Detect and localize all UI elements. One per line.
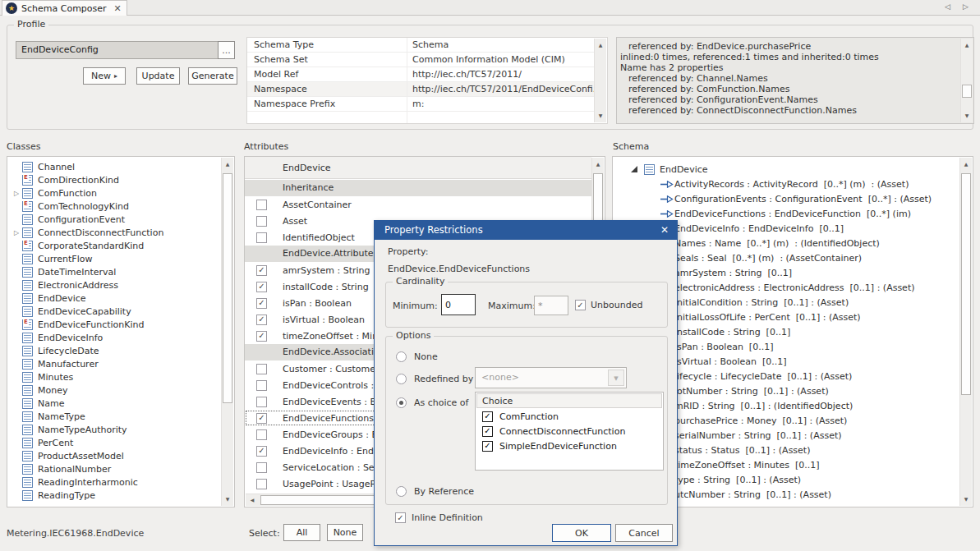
tab-scroll-right-icon[interactable]: ▷	[963, 2, 968, 11]
class-item[interactable]: EndDeviceCapability	[7, 305, 220, 318]
scroll-down-icon[interactable]: ▼	[960, 494, 972, 505]
schema-tree-item[interactable]: ConfigurationEvents : ConfigurationEvent…	[613, 191, 958, 206]
unbounded-checkbox[interactable]	[575, 300, 586, 310]
class-item[interactable]: EndDeviceInfo	[7, 331, 220, 344]
attribute-checkbox[interactable]	[256, 413, 267, 424]
scroll-down-icon[interactable]: ▼	[961, 110, 973, 122]
attribute-checkbox[interactable]	[256, 364, 267, 374]
update-button[interactable]: Update	[136, 67, 180, 85]
choice-row[interactable]: SimpleEndDeviceFunction	[476, 439, 663, 453]
scroll-up-icon[interactable]: ▲	[961, 39, 973, 51]
generate-button[interactable]: Generate	[188, 67, 237, 85]
none-radio[interactable]	[396, 351, 407, 362]
scroll-up-icon[interactable]: ▲	[960, 158, 972, 170]
choice-checkbox[interactable]	[482, 426, 493, 437]
class-item[interactable]: LifecycleDate	[7, 344, 220, 357]
as-choice-of-radio[interactable]	[396, 397, 407, 408]
schema-tree-item[interactable]: EndDeviceFunctions : EndDeviceFunction […	[613, 206, 958, 221]
class-item[interactable]: RationalNumber	[7, 462, 220, 475]
attribute-checkbox[interactable]	[256, 298, 267, 309]
attribute-checkbox[interactable]	[256, 265, 267, 276]
class-item[interactable]: ProductAssetModel	[7, 449, 220, 462]
choice-checkbox[interactable]	[482, 441, 493, 452]
expand-icon[interactable]: ▷	[11, 229, 22, 236]
select-all-button[interactable]: All	[283, 524, 320, 541]
dialog-close-icon[interactable]: ✕	[660, 221, 669, 240]
classes-scrollbar[interactable]: ▲ ▼	[221, 158, 233, 506]
choice-row[interactable]: ConnectDisconnectFunction	[476, 424, 663, 439]
by-reference-radio[interactable]	[396, 486, 407, 497]
choice-row[interactable]: ComFunction	[476, 409, 663, 424]
attribute-checkbox[interactable]	[256, 397, 267, 407]
schema-scrollbar[interactable]: ▲ ▼	[959, 158, 972, 506]
attribute-checkbox[interactable]	[256, 462, 267, 473]
cancel-button[interactable]: Cancel	[615, 524, 673, 542]
class-item[interactable]: ReadingInterharmonic	[7, 475, 220, 489]
dropdown-arrow-icon[interactable]: ▼	[608, 370, 624, 386]
class-item[interactable]: EComTechnologyKind	[7, 200, 220, 213]
select-none-button[interactable]: None	[327, 524, 363, 541]
properties-scrollbar[interactable]: ▲ ▼	[594, 39, 606, 122]
tab-close-icon[interactable]: ✕	[114, 3, 122, 14]
scroll-up-icon[interactable]: ▲	[592, 158, 604, 170]
attribute-checkbox[interactable]	[256, 315, 267, 325]
class-item[interactable]: NameTypeAuthority	[7, 423, 220, 436]
class-item[interactable]: Minutes	[7, 370, 220, 383]
attribute-row[interactable]: AssetContainer	[245, 196, 591, 213]
attribute-checkbox[interactable]	[256, 200, 267, 210]
attribute-checkbox[interactable]	[256, 429, 267, 440]
class-item[interactable]: Money	[7, 383, 220, 397]
tab-scroll-left-icon[interactable]: ◁	[945, 2, 950, 11]
scroll-thumb[interactable]	[962, 85, 972, 98]
class-item[interactable]: Manufacturer	[7, 357, 220, 370]
info-scrollbar[interactable]: ▲ ▼	[960, 39, 973, 122]
class-item[interactable]: EndDevice	[7, 292, 220, 305]
class-item[interactable]: ▷ConnectDisconnectFunction	[7, 226, 220, 239]
property-row[interactable]: Schema TypeSchema	[247, 38, 595, 53]
class-item[interactable]: DateTimeInterval	[7, 265, 220, 278]
class-item[interactable]: ConfigurationEvent	[7, 213, 220, 226]
profile-name-input[interactable]: EndDeviceConfig	[16, 41, 219, 59]
expand-icon[interactable]: ▷	[11, 190, 22, 197]
class-item[interactable]: ReadingType	[7, 489, 220, 502]
new-button[interactable]: New ▸	[83, 67, 126, 85]
schema-root-node[interactable]: EndDevice	[613, 162, 958, 177]
scroll-left-icon[interactable]: ◀	[246, 494, 258, 506]
attribute-checkbox[interactable]	[256, 232, 267, 243]
class-item[interactable]: EComDirectionKind	[7, 173, 220, 186]
choice-list-header[interactable]: Choice	[476, 393, 662, 408]
attribute-checkbox[interactable]	[256, 216, 267, 227]
ok-button[interactable]: OK	[552, 524, 611, 542]
attribute-checkbox[interactable]	[256, 380, 267, 391]
maximum-input[interactable]	[534, 296, 568, 315]
property-row[interactable]: Model Refhttp://iec.ch/TC57/2011/	[247, 67, 595, 82]
browse-button[interactable]: ...	[218, 41, 235, 59]
property-row[interactable]: Schema SetCommon Information Model (CIM)	[247, 53, 595, 67]
scroll-down-icon[interactable]: ▼	[595, 110, 606, 122]
class-item[interactable]: NameType	[7, 410, 220, 423]
property-row[interactable]: Namespace Prefixm:	[247, 97, 595, 112]
class-item[interactable]: ElectronicAddress	[7, 278, 220, 292]
redefined-by-radio[interactable]	[396, 374, 407, 384]
class-item[interactable]: CurrentFlow	[7, 252, 220, 265]
class-item[interactable]: Name	[7, 397, 220, 410]
minimum-input[interactable]	[441, 294, 476, 315]
tab-schema-composer[interactable]: ★ Schema Composer ✕	[2, 0, 127, 16]
attribute-checkbox[interactable]	[256, 479, 267, 489]
property-row[interactable]	[247, 112, 595, 123]
collapse-icon[interactable]	[631, 166, 637, 172]
dialog-title[interactable]: Property Restrictions	[375, 221, 677, 240]
class-item[interactable]: Channel	[7, 160, 220, 173]
inline-definition-checkbox[interactable]	[395, 512, 406, 523]
attribute-checkbox[interactable]	[256, 282, 267, 292]
property-row[interactable]: Namespacehttp://iec.ch/TC57/2011/EndDevi…	[247, 82, 595, 97]
scroll-down-icon[interactable]: ▼	[222, 494, 233, 505]
scroll-thumb[interactable]	[223, 173, 232, 403]
redefined-by-select[interactable]: <none> ▼	[475, 367, 627, 388]
class-item[interactable]: ECorporateStandardKind	[7, 239, 220, 252]
choice-checkbox[interactable]	[482, 411, 493, 422]
attributes-header[interactable]: EndDevice	[245, 157, 591, 179]
scroll-up-icon[interactable]: ▲	[222, 158, 233, 170]
class-item[interactable]: PerCent	[7, 436, 220, 449]
class-item[interactable]: ▷ComFunction	[7, 186, 220, 200]
